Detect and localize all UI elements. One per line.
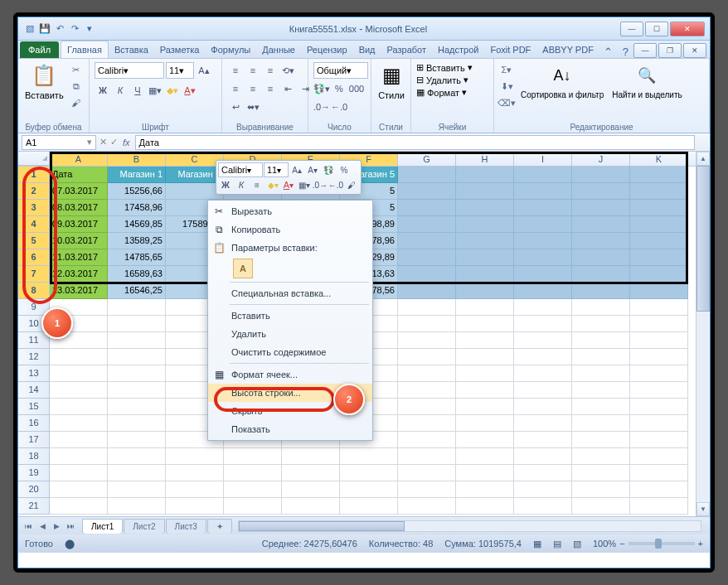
align-middle-icon[interactable]: ≡ [245, 62, 261, 79]
cell[interactable] [630, 332, 688, 349]
cell[interactable] [340, 498, 398, 515]
cell[interactable] [340, 448, 398, 465]
cell[interactable] [572, 200, 630, 216]
cell[interactable] [630, 183, 688, 200]
cut-icon[interactable]: ✂ [69, 62, 84, 77]
number-format-select[interactable]: Общий ▾ [313, 62, 368, 79]
cell[interactable] [514, 415, 572, 432]
cell[interactable] [50, 481, 108, 498]
enter-formula-icon[interactable]: ✓ [110, 137, 118, 147]
cell[interactable] [514, 200, 572, 216]
row-header-18[interactable]: 18 [18, 448, 50, 465]
row-header-7[interactable]: 7 [18, 266, 50, 283]
cells-insert-button[interactable]: ⊞Вставить ▾ [416, 62, 473, 73]
view-layout-icon[interactable]: ▤ [553, 539, 561, 549]
cell[interactable] [572, 233, 630, 249]
mini-dec-inc-icon[interactable]: .0→ [313, 177, 328, 192]
cell[interactable] [398, 299, 456, 316]
cell[interactable]: 12.03.2017 [50, 266, 108, 283]
row-header-5[interactable]: 5 [18, 233, 50, 249]
cell[interactable] [398, 283, 456, 299]
clear-icon[interactable]: ⌫▾ [499, 95, 514, 110]
cell[interactable] [398, 332, 456, 349]
row-header-19[interactable]: 19 [18, 465, 50, 481]
cell[interactable] [340, 481, 398, 498]
row-header-13[interactable]: 13 [18, 365, 50, 382]
cell[interactable] [630, 283, 688, 299]
worksheet-grid[interactable]: ABCDEFGHIJK 1ДатаМагазин 1Магазин 2Магаз… [18, 152, 710, 516]
name-box[interactable]: A1▾ [22, 135, 96, 150]
cell[interactable] [456, 481, 514, 498]
cell[interactable] [456, 465, 514, 481]
sheet-tab-2[interactable]: Лист2 [124, 519, 164, 534]
workbook-close-button[interactable]: ✕ [683, 43, 706, 58]
cell[interactable]: 16546,25 [108, 283, 166, 299]
cell[interactable] [514, 233, 572, 249]
cell[interactable] [108, 465, 166, 481]
italic-button[interactable]: К [112, 82, 129, 99]
cell-styles-button[interactable]: ▦ Стили [375, 60, 408, 102]
cell[interactable] [514, 498, 572, 515]
fx-icon[interactable]: fx [123, 138, 130, 147]
cell[interactable] [630, 415, 688, 432]
cm-format-cells[interactable]: ▦Формат ячеек... [208, 365, 372, 384]
mini-fill-icon[interactable]: ◆▾ [265, 177, 280, 192]
cell[interactable] [282, 448, 340, 465]
cell[interactable] [514, 283, 572, 299]
cell[interactable] [108, 349, 166, 365]
save-icon[interactable]: 💾 [38, 22, 51, 36]
select-all-corner[interactable] [18, 152, 50, 166]
cell[interactable] [514, 465, 572, 481]
cell[interactable] [572, 365, 630, 382]
cell[interactable] [572, 283, 630, 299]
cell[interactable] [572, 183, 630, 200]
cell[interactable] [572, 448, 630, 465]
cell[interactable]: Дата [50, 167, 108, 183]
cells-delete-button[interactable]: ⊟Удалить ▾ [416, 75, 468, 85]
row-header-16[interactable]: 16 [18, 415, 50, 432]
ribbon-minimize-icon[interactable]: ⌃ [604, 46, 613, 58]
cell[interactable] [398, 249, 456, 266]
cell[interactable]: Магазин 1 [108, 167, 166, 183]
grow-font-icon[interactable]: A▴ [196, 62, 212, 79]
cell[interactable]: 14785,65 [108, 249, 166, 266]
cell[interactable] [282, 465, 340, 481]
cell[interactable] [514, 432, 572, 448]
cell[interactable] [514, 481, 572, 498]
cell[interactable] [514, 332, 572, 349]
fill-icon[interactable]: ⬇▾ [499, 79, 514, 94]
cell[interactable] [398, 316, 456, 332]
cell[interactable] [108, 448, 166, 465]
cell[interactable] [398, 399, 456, 415]
cell[interactable]: 08.03.2017 [50, 200, 108, 216]
cell[interactable] [630, 481, 688, 498]
cell[interactable] [398, 349, 456, 365]
cells-format-button[interactable]: ▦Формат ▾ [416, 87, 467, 98]
row-header-21[interactable]: 21 [18, 498, 50, 515]
cell[interactable] [108, 365, 166, 382]
scroll-down-icon[interactable]: ▼ [696, 502, 710, 516]
tab-home[interactable]: Главная [61, 41, 109, 58]
cell[interactable] [108, 498, 166, 515]
align-center-icon[interactable]: ≡ [245, 80, 261, 97]
row-header-3[interactable]: 3 [18, 200, 50, 216]
align-top-icon[interactable]: ≡ [227, 62, 244, 79]
cell[interactable] [514, 382, 572, 399]
bold-button[interactable]: Ж [95, 82, 111, 99]
cell[interactable] [166, 465, 224, 481]
wrap-text-icon[interactable]: ↩ [227, 99, 244, 115]
cell[interactable] [456, 316, 514, 332]
cell[interactable] [456, 448, 514, 465]
cell[interactable] [514, 299, 572, 316]
cell[interactable] [572, 316, 630, 332]
vertical-scrollbar[interactable]: ▲ ▼ [696, 152, 710, 516]
cell[interactable] [630, 249, 688, 266]
font-color-button[interactable]: A▾ [182, 82, 198, 99]
cell[interactable] [224, 448, 282, 465]
workbook-minimize-button[interactable]: — [633, 43, 657, 58]
cm-insert[interactable]: Вставить [208, 307, 372, 325]
column-header-G[interactable]: G [398, 152, 456, 166]
cell[interactable]: 09.03.2017 [50, 216, 108, 233]
cell[interactable] [108, 415, 166, 432]
cell[interactable] [514, 183, 572, 200]
